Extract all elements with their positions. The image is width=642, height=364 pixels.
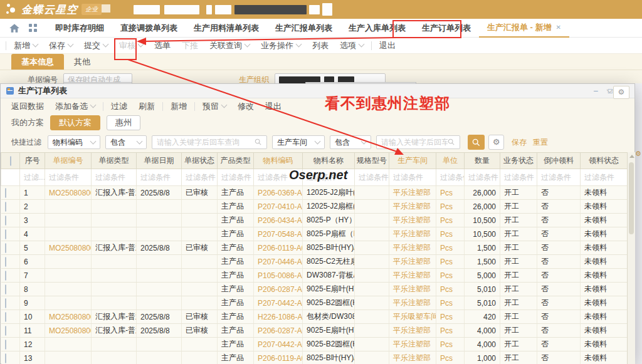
filter-cell[interactable]: 过滤条件 [182,169,218,186]
filter-cell[interactable]: 过滤条件 [137,169,182,186]
table-cell: 否 [537,283,581,296]
dialog-titlebar[interactable]: 生产订单列表 – □ ✕ [1,84,634,98]
filter-field-select[interactable]: 生产车间 [272,135,325,149]
filter-cell[interactable]: 过滤条件 [45,169,92,186]
filter-cell[interactable]: 过滤条件 [303,169,355,186]
column-header[interactable]: 产品类型 [218,153,254,169]
vertical-scrollbar[interactable] [627,152,635,364]
nav-tab[interactable]: 即时库存明细 [47,19,112,37]
filter-cell[interactable]: 过滤条件 [92,169,137,186]
toolbar-item[interactable]: 新增 [8,40,43,51]
search-button[interactable] [468,135,485,150]
apps-grid-icon[interactable] [29,24,37,32]
filter-cell[interactable]: 过滤条件 [254,169,303,186]
minimize-icon[interactable]: – [594,87,598,95]
dialog-toolbar-item[interactable]: 退出 [260,101,287,112]
table-cell: 1,000 [465,351,500,364]
filter-cell[interactable]: 过滤条件 [581,169,628,186]
filter-keyword-input[interactable]: 请输入关键字后回车查询 [376,135,460,149]
row-checkbox[interactable] [5,202,6,212]
filter-cell[interactable]: 过滤... [20,169,45,186]
table-cell: 主产品 [218,200,254,214]
filter-cell[interactable]: 过滤条件 [537,169,581,186]
dialog-toolbar-item[interactable]: 过滤 [105,101,133,112]
scroll-up-icon[interactable] [629,155,634,158]
filter-cell[interactable]: 过滤条件 [436,169,465,186]
filter-cell[interactable]: 过滤条件 [389,169,436,186]
dialog-toolbar-item[interactable]: 刷新 [133,101,160,112]
column-header[interactable]: 倒冲领料 [537,153,581,169]
column-header[interactable]: 单据类型 [92,153,137,169]
nav-tab[interactable]: 直接调拨单列表 [112,19,186,37]
filter-field-select[interactable]: 物料编码 [48,135,100,149]
column-header[interactable]: 单据状态 [182,153,218,169]
filter-cell[interactable]: 过滤条件 [355,169,389,186]
row-checkbox[interactable] [5,353,6,363]
kingdee-logo-icon [5,3,19,16]
dialog-toolbar-item[interactable]: 返回数据 [6,101,50,112]
filter-op-select[interactable]: 包含 [330,135,371,149]
table-cell: 主产品 [218,269,254,283]
column-header[interactable]: 序号 [20,153,45,169]
filter-cell[interactable]: 过滤条件 [218,169,254,186]
toolbar-item[interactable]: 业务操作 [255,40,307,51]
row-checkbox[interactable] [5,216,6,226]
dialog-toolbar-item[interactable]: 添加备选 [50,101,101,112]
scrollbar-thumb[interactable] [629,162,634,234]
tab-close-icon[interactable]: ✕ [556,18,561,36]
settings-gear-icon[interactable]: ⚙ [635,150,641,158]
select-all-checkbox[interactable] [10,156,11,166]
toolbar-item[interactable]: 列表 [307,40,334,51]
toolbar-item[interactable]: 提交 [78,40,113,51]
tab-basic-info[interactable]: 基本信息 [11,54,64,70]
nav-tab[interactable]: 生产汇报单 - 新增✕ [479,19,569,38]
row-checkbox[interactable] [5,243,6,253]
column-header[interactable]: 领料状态 [581,153,628,169]
tab-other[interactable]: 其他 [64,54,100,70]
column-header[interactable]: 业务状态 [500,153,537,169]
column-header[interactable]: 单位 [436,153,465,169]
filter-cell[interactable]: 过滤条件 [465,169,500,186]
toolbar-item[interactable]: 选项 [334,40,369,51]
filter-keyword-input[interactable]: 请输入关键字后回车查询 [152,135,267,149]
nav-tab[interactable]: 生产入库单列表 [340,19,414,37]
table-cell: 平乐注塑部 [389,186,436,200]
column-header[interactable]: 物料编码 [254,153,303,169]
plan-button[interactable]: 惠州 [107,115,140,130]
filter-settings-gear-icon[interactable]: ⚙ [488,135,504,150]
row-checkbox[interactable] [5,271,6,281]
dialog-toolbar-item[interactable]: 修改 [232,101,260,112]
save-plan-link[interactable]: 保存 [512,137,527,148]
column-header[interactable]: 物料名称 [303,153,355,169]
dialog-toolbar-item[interactable]: 新增 [165,101,192,112]
column-header[interactable]: 规格型号 [355,153,389,169]
toolbar-item[interactable]: 关联查询 [204,40,255,51]
row-checkbox[interactable] [5,257,6,267]
plan-button[interactable]: 默认方案 [50,115,100,130]
toolbar-item[interactable]: 选单 [149,40,176,51]
row-checkbox[interactable] [5,284,6,294]
column-header[interactable]: 单据编号 [45,153,92,169]
row-checkbox[interactable] [5,298,6,308]
nav-tab[interactable]: 生产用料清单列表 [186,19,267,37]
filter-op-select[interactable]: 包含 [105,135,147,149]
column-header[interactable]: 生产车间 [389,153,436,169]
column-header[interactable]: 单据日期 [137,153,182,169]
reset-plan-link[interactable]: 重置 [533,137,548,148]
column-header[interactable]: 数量 [465,153,500,169]
filter-cell[interactable]: 过滤条件 [500,169,537,186]
table-cell [355,227,389,241]
dialog-toolbar-item[interactable]: 预留 [197,101,232,112]
row-checkbox[interactable] [5,229,6,239]
toolbar-item[interactable]: 退出 [374,40,401,51]
nav-tab[interactable]: 生产汇报单列表 [267,19,340,37]
row-checkbox[interactable] [5,326,6,336]
toolbar-item[interactable]: 保存 [43,40,78,51]
nav-tab-label: 生产订单列表 [422,19,471,37]
home-icon[interactable] [9,23,20,34]
nav-tab[interactable]: 生产订单列表 [414,19,479,37]
row-checkbox[interactable] [5,340,6,350]
row-checkbox[interactable] [5,188,6,198]
row-checkbox[interactable] [5,312,6,322]
gear-icon[interactable]: ⚙ [613,86,629,99]
